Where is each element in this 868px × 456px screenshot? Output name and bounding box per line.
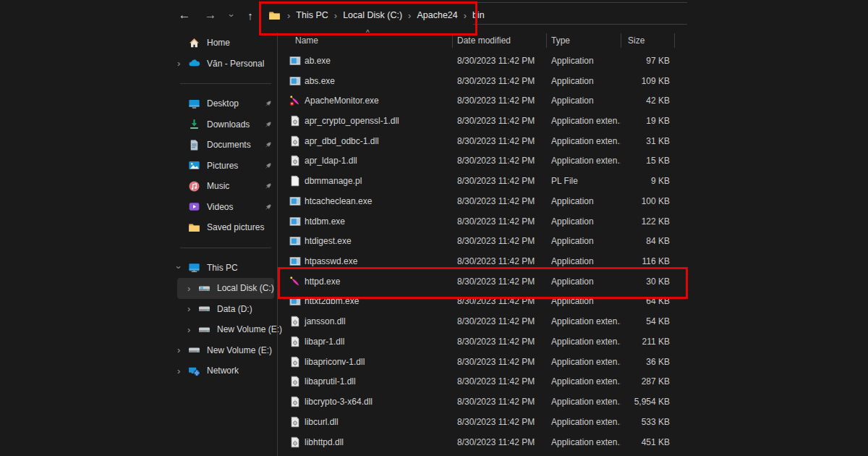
table-row-htpasswd-exe[interactable]: htpasswd.exe 8/30/2023 11:42 PM Applicat…	[278, 251, 687, 271]
videos-icon	[188, 200, 200, 213]
dll-icon	[289, 356, 301, 368]
navigation-toolbar: ← → › ↑	[176, 4, 258, 26]
sidebar-item-chevron[interactable]: ›	[177, 262, 188, 273]
back-button[interactable]: ←	[176, 8, 193, 22]
table-row-apr-dbd-odbc-1-dll[interactable]: apr_dbd_odbc-1.dll 8/30/2023 11:42 PM Ap…	[278, 131, 687, 151]
forward-button[interactable]: →	[202, 8, 219, 22]
file-name: apr_dbd_odbc-1.dll	[305, 136, 379, 146]
sidebar-item-downloads[interactable]: Downloads	[177, 114, 274, 135]
breadcrumb-segment[interactable]: Local Disk (C:)	[343, 10, 402, 20]
sidebar-item-documents[interactable]: Documents	[177, 135, 274, 156]
sidebar-item-data-d[interactable]: › Data (D:)	[177, 299, 274, 320]
sidebar-item-local-disk-c[interactable]: › Local Disk (C:)	[177, 278, 274, 299]
file-date-modified: 8/30/2023 11:42 PM	[457, 316, 535, 326]
column-headers: Name ^ Date modified Type Size	[278, 32, 687, 49]
file-date-modified: 8/30/2023 11:42 PM	[457, 337, 535, 347]
network-icon	[188, 365, 200, 377]
column-header-name[interactable]: Name	[295, 35, 318, 46]
sidebar-item-new-volume-e[interactable]: › New Volume (E:)	[177, 319, 274, 340]
column-header-size[interactable]: Size	[628, 35, 644, 46]
pictures-icon	[188, 159, 200, 172]
pin-icon	[263, 99, 273, 109]
dll-icon	[289, 436, 301, 448]
sidebar-item-chevron[interactable]: ›	[177, 366, 188, 376]
table-row-apr-crypto-openssl-1-dll[interactable]: apr_crypto_openssl-1.dll 8/30/2023 11:42…	[278, 111, 687, 131]
table-row-libcrypto-3-x64-dll[interactable]: libcrypto-3-x64.dll 8/30/2023 11:42 PM A…	[278, 392, 687, 412]
sidebar-item-pictures[interactable]: Pictures	[177, 156, 274, 177]
sidebar-item-label: Saved pictures	[207, 222, 264, 232]
sidebar-item-saved-pictures[interactable]: Saved pictures	[177, 217, 274, 238]
table-row-jansson-dll[interactable]: jansson.dll 8/30/2023 11:42 PM Applicati…	[278, 311, 687, 332]
table-row-dbmmanage-pl[interactable]: dbmmanage.pl 8/30/2023 11:42 PM PL File …	[278, 171, 687, 191]
table-row-httxt2dbm-exe[interactable]: httxt2dbm.exe 8/30/2023 11:42 PM Applica…	[278, 292, 687, 312]
sidebar-item-label: New Volume (E:)	[207, 345, 272, 355]
file-name: libapriconv-1.dll	[305, 357, 365, 367]
chevron-expanded-icon: ›	[174, 266, 184, 269]
file-name: httxt2dbm.exe	[305, 296, 359, 306]
downloads-icon	[188, 118, 200, 130]
folder-icon	[268, 9, 281, 22]
table-row-apachemonitor-exe[interactable]: ApacheMonitor.exe 8/30/2023 11:42 PM App…	[278, 90, 687, 111]
table-row-htdigest-exe[interactable]: htdigest.exe 8/30/2023 11:42 PM Applicat…	[278, 231, 687, 251]
table-row-abs-exe[interactable]: abs.exe 8/30/2023 11:42 PM Application 1…	[278, 71, 687, 91]
chevron-collapsed-icon: ›	[177, 58, 180, 69]
file-size: 19 KB	[607, 116, 670, 126]
file-size: 42 KB	[607, 96, 670, 106]
sidebar-divider	[180, 83, 271, 84]
sidebar-item-chevron[interactable]: ›	[177, 345, 188, 355]
table-row-apr-ldap-1-dll[interactable]: apr_ldap-1.dll 8/30/2023 11:42 PM Applic…	[278, 151, 687, 172]
address-bar-bottom-border	[473, 24, 687, 25]
breadcrumb-segment[interactable]: Apache24	[417, 10, 457, 20]
table-row-libcurl-dll[interactable]: libcurl.dll 8/30/2023 11:42 PM Applicati…	[278, 412, 687, 432]
file-date-modified: 8/30/2023 11:42 PM	[457, 156, 535, 166]
sidebar-item-videos[interactable]: Videos	[177, 197, 274, 218]
sidebar-item-label: Data (D:)	[217, 304, 252, 314]
breadcrumb-segment[interactable]: bin	[472, 10, 485, 20]
sidebar-item-music[interactable]: Music	[177, 176, 274, 197]
table-row-libapriconv-1-dll[interactable]: libapriconv-1.dll 8/30/2023 11:42 PM App…	[278, 352, 687, 372]
table-row-htcacheclean-exe[interactable]: htcacheclean.exe 8/30/2023 11:42 PM Appl…	[278, 191, 687, 211]
table-row-htdbm-exe[interactable]: htdbm.exe 8/30/2023 11:42 PM Application…	[278, 211, 687, 232]
pin-icon	[263, 182, 273, 191]
table-row-httpd-exe[interactable]: httpd.exe 8/30/2023 11:42 PM Application…	[278, 271, 687, 292]
column-header-date-modified[interactable]: Date modified	[457, 35, 511, 46]
sidebar-item-chevron[interactable]: ›	[177, 58, 188, 69]
table-row-libaprutil-1-dll[interactable]: libaprutil-1.dll 8/30/2023 11:42 PM Appl…	[278, 372, 687, 392]
dll-icon	[289, 155, 301, 166]
file-name: htpasswd.exe	[305, 256, 357, 266]
file-date-modified: 8/30/2023 11:42 PM	[457, 96, 535, 106]
pin-icon	[263, 182, 273, 191]
sidebar-item-new-volume-e[interactable]: › New Volume (E:)	[177, 340, 274, 361]
file-list: ab.exe 8/30/2023 11:42 PM Application 97…	[278, 51, 687, 452]
chevron-collapsed-icon: ›	[187, 303, 190, 314]
home-icon	[188, 37, 200, 49]
column-separator	[452, 33, 453, 48]
pin-icon	[263, 140, 273, 150]
file-size: 451 KB	[607, 437, 670, 447]
sidebar-item-chevron[interactable]: ›	[187, 303, 198, 314]
application-icon	[289, 235, 301, 247]
file-name: apr_ldap-1.dll	[305, 156, 357, 166]
recent-locations-chevron-icon[interactable]: ›	[225, 10, 238, 21]
sidebar-item-this-pc[interactable]: › This PC	[177, 258, 274, 279]
pin-icon	[263, 120, 273, 130]
breadcrumb-segment[interactable]: This PC	[296, 10, 328, 20]
file-size: 5,954 KB	[607, 397, 670, 407]
sidebar-item-home[interactable]: Home	[177, 33, 274, 54]
sidebar-item-label: Desktop	[207, 98, 239, 109]
column-header-type[interactable]: Type	[551, 35, 570, 46]
sidebar-item-desktop[interactable]: Desktop	[177, 93, 274, 114]
sidebar-item-network[interactable]: › Network	[177, 360, 274, 381]
table-row-libapr-1-dll[interactable]: libapr-1.dll 8/30/2023 11:42 PM Applicat…	[278, 332, 687, 352]
file-name: htdbm.exe	[305, 216, 345, 227]
table-row-libhttpd-dll[interactable]: libhttpd.dll 8/30/2023 11:42 PM Applicat…	[278, 432, 687, 452]
file-date-modified: 8/30/2023 11:42 PM	[457, 76, 535, 86]
sidebar-item-label: Văn - Personal	[207, 59, 264, 69]
file-date-modified: 8/30/2023 11:42 PM	[457, 357, 535, 367]
up-button[interactable]: ↑	[242, 9, 258, 22]
table-row-ab-exe[interactable]: ab.exe 8/30/2023 11:42 PM Application 97…	[278, 51, 687, 71]
sidebar-item-label: Pictures	[207, 161, 238, 171]
sidebar-item-v-n-personal[interactable]: › Văn - Personal	[177, 54, 274, 75]
sidebar-item-chevron[interactable]: ›	[187, 324, 198, 335]
sidebar-item-chevron[interactable]: ›	[187, 283, 198, 294]
